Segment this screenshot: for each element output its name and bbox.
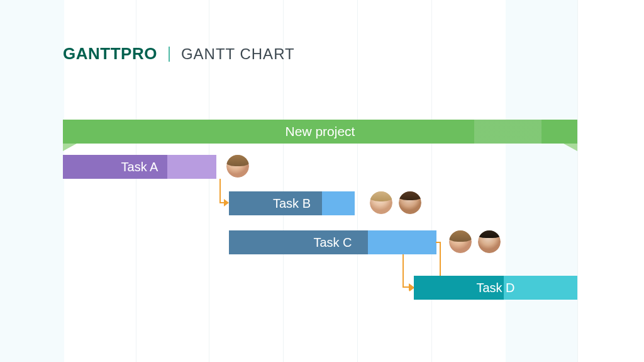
task-bar-c[interactable]: Task C (229, 230, 436, 254)
task-label-b: Task B (229, 196, 355, 211)
grid-col (506, 0, 577, 362)
avatar[interactable] (397, 190, 423, 215)
header: GANTTPRO GANTT CHART (63, 44, 295, 64)
grid-line (357, 0, 358, 362)
logo-divider (169, 47, 170, 62)
project-cap-left-icon (63, 144, 77, 151)
project-label: New project (286, 124, 355, 139)
grid-line (431, 0, 432, 362)
avatar[interactable] (225, 154, 250, 179)
task-label-c: Task C (229, 235, 436, 250)
grid-col (0, 0, 64, 362)
logo-text: GANTTPRO (63, 44, 157, 64)
dependency-line (402, 254, 404, 288)
dependency-arrow-icon (224, 199, 229, 206)
project-cap-right-icon (564, 144, 577, 151)
task-bar-a[interactable]: Task A (63, 155, 216, 179)
task-label-a: Task A (63, 160, 216, 174)
dependency-arrow-icon (409, 283, 414, 291)
task-bar-b[interactable]: Task B (229, 191, 355, 215)
dependency-line (219, 179, 221, 203)
grid-line (577, 0, 578, 362)
page-subtitle: GANTT CHART (181, 45, 295, 63)
task-bar-d[interactable]: Task D (414, 276, 577, 300)
avatar[interactable] (477, 229, 502, 254)
avatar[interactable] (448, 229, 473, 254)
avatar[interactable] (369, 190, 394, 215)
project-bar[interactable]: New project (63, 120, 577, 144)
task-label-d: Task D (414, 281, 577, 295)
